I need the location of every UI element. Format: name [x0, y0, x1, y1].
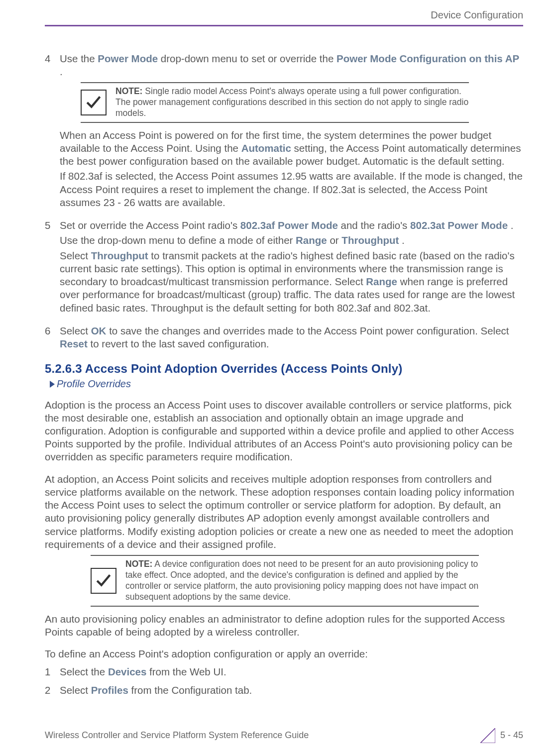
step-5-line-3: Select Throughput to transmit packets at… [60, 249, 523, 315]
throughput-term: Throughput [341, 234, 399, 246]
page-footer: Wireless Controller and Service Platform… [45, 728, 523, 743]
header-divider [45, 25, 523, 26]
text: to revert to the last saved configuratio… [91, 338, 269, 349]
step-5-line-1: Set or override the Access Point radio's… [60, 219, 523, 232]
note-label: NOTE: [115, 86, 142, 96]
body-para-2: At adoption, an Access Point solicits an… [45, 473, 523, 551]
step-6-line: Select OK to save the changes and overri… [60, 324, 523, 350]
text: or [330, 234, 341, 246]
note-text: NOTE: A device configuration does not ne… [125, 559, 479, 603]
step-4: 4 Use the Power Mode drop-down menu to s… [45, 52, 523, 212]
step-1: 1 Select the Devices from the Web UI. [45, 665, 523, 680]
checkmark-icon [81, 90, 107, 115]
automatic-term: Automatic [241, 142, 291, 154]
step-number: 2 [45, 684, 60, 699]
step-number: 5 [45, 219, 60, 317]
step-5: 5 Set or override the Access Point radio… [45, 219, 523, 317]
breadcrumb-text: Profile Overrides [57, 378, 131, 391]
profiles-term: Profiles [91, 684, 128, 696]
step-2: 2 Select Profiles from the Configuration… [45, 684, 523, 699]
note-bottom-rule [81, 122, 469, 123]
text: Use the [60, 53, 98, 64]
text: Set or override the Access Point radio's [60, 219, 240, 231]
step-4-para-1: When an Access Point is powered on for t… [60, 129, 523, 168]
body-para-4: To define an Access Point's adoption con… [45, 647, 523, 660]
section-heading: 5.2.6.3 Access Point Adoption Overrides … [45, 361, 523, 377]
text: A device configuration does not need to … [125, 559, 478, 602]
body-para-3: An auto provisioning policy enables an a… [45, 613, 523, 639]
text: Select [60, 325, 91, 336]
text: from the Web UI. [149, 666, 226, 677]
text: from the Configuration tab. [131, 684, 252, 696]
step-5-line-2: Use the drop-down menu to define a mode … [60, 234, 523, 247]
text: Use the drop-down menu to define a mode … [60, 234, 296, 246]
note-block: NOTE: Single radio model Access Point's … [81, 82, 469, 123]
range-term-2: Range [366, 276, 397, 287]
body-para-1: Adoption is the process an Access Point … [45, 399, 523, 464]
note-label: NOTE: [125, 559, 152, 569]
range-term: Range [296, 234, 327, 246]
text: and the radio's [341, 219, 411, 231]
header-right-title: Device Configuration [45, 9, 523, 24]
step-number: 6 [45, 324, 60, 352]
breadcrumb: Profile Overrides [50, 378, 523, 391]
reset-term: Reset [60, 338, 88, 349]
note-block-2: NOTE: A device configuration does not ne… [91, 555, 479, 607]
power-mode-config-term: Power Mode Configuration on this AP [336, 53, 519, 64]
af-power-mode-term: 802.3af Power Mode [240, 219, 338, 231]
page: Device Configuration 4 Use the Power Mod… [0, 0, 560, 755]
checkmark-icon [91, 568, 116, 594]
step-4-para-2: If 802.3af is selected, the Access Point… [60, 170, 523, 209]
footer-left-text: Wireless Controller and Service Platform… [45, 730, 309, 741]
text: . [402, 234, 405, 246]
note-text: NOTE: Single radio model Access Point's … [115, 86, 469, 119]
at-power-mode-term: 802.3at Power Mode [410, 219, 508, 231]
power-mode-term: Power Mode [98, 53, 158, 64]
step-4-line: Use the Power Mode drop-down menu to set… [60, 52, 523, 78]
page-number: 5 - 45 [500, 730, 523, 741]
page-fold-icon [480, 728, 495, 743]
arrow-right-icon [50, 381, 55, 388]
svg-marker-0 [50, 381, 55, 388]
step-6: 6 Select OK to save the changes and over… [45, 324, 523, 352]
step-2-line: Select Profiles from the Configuration t… [60, 684, 523, 697]
text: Single radio model Access Point's always… [115, 86, 468, 118]
throughput-term-2: Throughput [91, 250, 148, 261]
note-bottom-rule [91, 606, 479, 607]
text: Select [60, 684, 91, 696]
text: . [511, 219, 514, 231]
step-1-line: Select the Devices from the Web UI. [60, 665, 523, 678]
ok-term: OK [91, 325, 107, 336]
svg-line-2 [480, 728, 495, 743]
devices-term: Devices [108, 666, 147, 677]
text: drop-down menu to set or override the [161, 53, 336, 64]
text: to save the changes and overrides made t… [109, 325, 509, 336]
step-number: 4 [45, 52, 60, 212]
text: Select the [60, 666, 108, 677]
text: Select [60, 250, 91, 261]
step-number: 1 [45, 665, 60, 680]
text: . [60, 66, 63, 77]
